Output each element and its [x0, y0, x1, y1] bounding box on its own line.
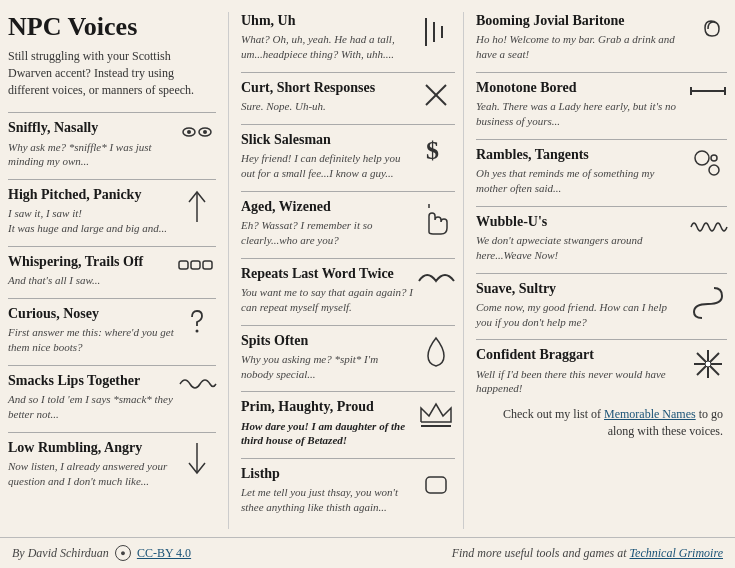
- svg-point-8: [196, 330, 199, 333]
- divider: [476, 206, 727, 207]
- voice-title: Repeats Last Word Twice: [241, 265, 413, 283]
- voice-desc: Well if I'd been there this never would …: [476, 367, 685, 397]
- list-item: Listhp Let me tell you just thsay, you w…: [241, 465, 455, 515]
- list-item: Aged, Wizened Eh? Wassat? I remember it …: [241, 198, 455, 248]
- voice-desc: Come now, my good friend. How can I help…: [476, 300, 685, 330]
- hand-gesture-icon: [417, 198, 455, 236]
- circles-icon: [689, 146, 727, 180]
- footer-center: Find more useful tools and games at Tech…: [452, 546, 723, 561]
- voice-desc: Yeah. There was a Lady here early, but i…: [476, 99, 685, 129]
- page: NPC Voices Still struggling with your Sc…: [0, 0, 735, 568]
- divider: [241, 458, 455, 459]
- svg-point-3: [203, 130, 207, 134]
- list-item: Curt, Short Responses Sure. Nope. Uh-uh.: [241, 79, 455, 114]
- divider: [241, 191, 455, 192]
- list-item: Uhm, Uh What? Oh, uh, yeah. He had a tal…: [241, 12, 455, 62]
- dollar-icon: $: [417, 131, 455, 169]
- voice-title: Confident Braggart: [476, 346, 685, 364]
- voice-desc: How dare you! I am daughter of the third…: [241, 419, 413, 449]
- voice-title: High Pitched, Panicky: [8, 186, 174, 204]
- list-item: Low Rumbling, Angry Now listen, I alread…: [8, 439, 216, 489]
- list-item: Smacks Lips Together And so I told 'em I…: [8, 372, 216, 422]
- voice-desc: You want me to say that again again? I c…: [241, 285, 413, 315]
- svg-rect-18: [426, 477, 446, 493]
- author-label: By David Schirduan: [12, 546, 109, 561]
- voice-title: Curious, Nosey: [8, 305, 174, 323]
- voice-title: Whispering, Trails Off: [8, 253, 174, 271]
- eyes-icon: [178, 119, 216, 143]
- lines-icon: [417, 12, 455, 50]
- divider: [241, 258, 455, 259]
- voice-desc: Let me tell you just thsay, you won't st…: [241, 485, 413, 515]
- voice-title: Booming Jovial Baritone: [476, 12, 685, 30]
- voice-title: Listhp: [241, 465, 413, 483]
- voice-title: Slick Salesman: [241, 131, 413, 149]
- license-link[interactable]: CC-BY 4.0: [137, 546, 191, 561]
- svg-point-29: [705, 361, 711, 367]
- voice-title: Suave, Sultry: [476, 280, 685, 298]
- voice-desc: And that's all I saw...: [8, 273, 174, 288]
- svg-rect-6: [191, 261, 200, 269]
- list-item: Whispering, Trails Off And that's all I …: [8, 253, 216, 288]
- voice-title: Wubble-U's: [476, 213, 685, 231]
- page-intro: Still struggling with your Scottish Dwar…: [8, 48, 216, 98]
- footer-left: By David Schirduan ● CC-BY 4.0: [12, 545, 191, 561]
- page-title: NPC Voices: [8, 12, 216, 42]
- list-item: Curious, Nosey First answer me this: whe…: [8, 305, 216, 355]
- s-curve-icon: [689, 280, 727, 318]
- svg-rect-5: [179, 261, 188, 269]
- svg-point-22: [695, 151, 709, 165]
- memorable-names-link[interactable]: Memorable Names: [604, 407, 696, 421]
- crown-icon: [417, 398, 455, 428]
- circle-bullet: ●: [115, 545, 131, 561]
- arrow-up-icon: [178, 186, 216, 224]
- voice-title: Uhm, Uh: [241, 12, 413, 30]
- voice-desc: And so I told 'em I says *smack* they be…: [8, 392, 174, 422]
- voice-desc: Ho ho! Welcome to my bar. Grab a drink a…: [476, 32, 685, 62]
- voice-title: Monotone Bored: [476, 79, 685, 97]
- droplet-icon: [417, 332, 455, 370]
- voice-title: Prim, Haughty, Proud: [241, 398, 413, 416]
- main-content: NPC Voices Still struggling with your Sc…: [0, 0, 735, 537]
- divider: [241, 391, 455, 392]
- list-item: Suave, Sultry Come now, my good friend. …: [476, 280, 727, 330]
- svg-rect-7: [203, 261, 212, 269]
- column-3: Booming Jovial Baritone Ho ho! Welcome t…: [463, 12, 727, 529]
- voice-desc: Now listen, I already answered your ques…: [8, 459, 174, 489]
- voice-desc: Eh? Wassat? I remember it so clearly...w…: [241, 218, 413, 248]
- list-item: Rambles, Tangents Oh yes that reminds me…: [476, 146, 727, 196]
- list-item: Monotone Bored Yeah. There was a Lady he…: [476, 79, 727, 129]
- divider: [8, 179, 216, 180]
- arrow-down-icon: [178, 439, 216, 477]
- divider: [8, 365, 216, 366]
- voice-desc: Why you asking me? *spit* I'm nobody spe…: [241, 352, 413, 382]
- list-item: Booming Jovial Baritone Ho ho! Welcome t…: [476, 12, 727, 62]
- voice-title: Spits Often: [241, 332, 413, 350]
- list-item: Prim, Haughty, Proud How dare you! I am …: [241, 398, 455, 448]
- dash-icon: [417, 265, 455, 287]
- voice-title: Rambles, Tangents: [476, 146, 685, 164]
- svg-point-1: [187, 130, 191, 134]
- voice-title: Sniffly, Nasally: [8, 119, 174, 137]
- divider: [8, 246, 216, 247]
- svg-point-24: [711, 155, 717, 161]
- divider: [476, 339, 727, 340]
- technical-grimoire-link[interactable]: Technical Grimoire: [630, 546, 723, 560]
- voice-desc: Oh yes that reminds me of something my m…: [476, 166, 685, 196]
- squiggle-icon: [689, 213, 727, 239]
- bottom-note: Check out my list of Memorable Names to …: [476, 406, 727, 440]
- square-rounded-icon: [417, 465, 455, 503]
- divider: [476, 273, 727, 274]
- svg-point-23: [709, 165, 719, 175]
- divider: [8, 112, 216, 113]
- list-item: High Pitched, Panicky I saw it, I saw it…: [8, 186, 216, 236]
- voice-desc: What? Oh, uh, yeah. He had a tall, um...…: [241, 32, 413, 62]
- divider: [8, 432, 216, 433]
- divider: [476, 72, 727, 73]
- voice-title: Smacks Lips Together: [8, 372, 174, 390]
- column-2: Uhm, Uh What? Oh, uh, yeah. He had a tal…: [228, 12, 463, 529]
- x-cross-icon: [417, 79, 455, 109]
- spiral-icon: [689, 12, 727, 44]
- h-line-icon: [689, 79, 727, 101]
- voice-desc: Why ask me? *sniffle* I was just minding…: [8, 140, 174, 170]
